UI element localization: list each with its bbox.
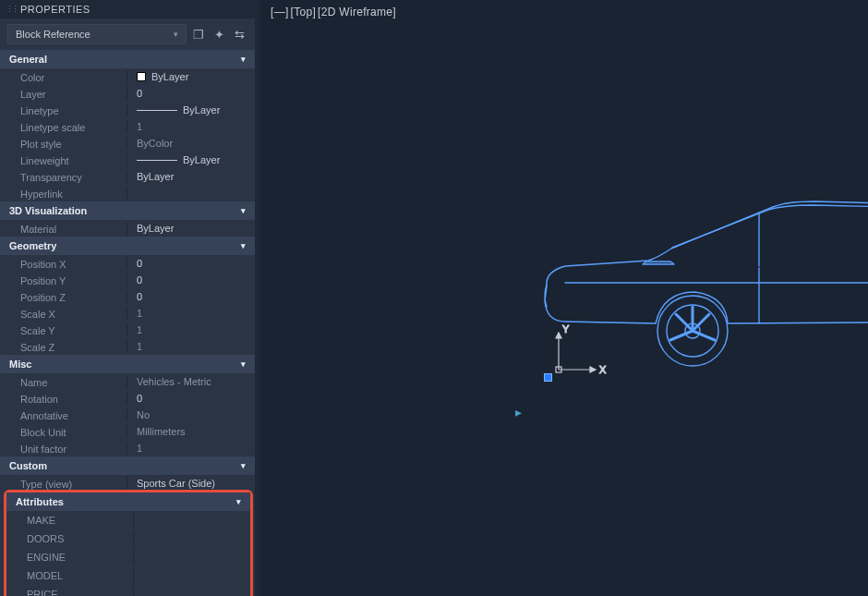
lineweight-preview-icon	[137, 160, 177, 161]
section-misc[interactable]: Misc ▾	[0, 355, 255, 373]
section-general[interactable]: General ▾	[0, 50, 255, 68]
prop-scale-z[interactable]: Scale Z 1	[0, 338, 255, 355]
drawing-viewport[interactable]: [—][Top][2D Wireframe]	[260, 0, 868, 596]
prop-linetype-scale[interactable]: Linetype scale 1	[0, 118, 255, 135]
prop-doors[interactable]: DOORS	[6, 529, 250, 548]
prop-position-x[interactable]: Position X 0	[0, 255, 255, 272]
selector-toolbar: Block Reference ▾ ❐ ✦ ⇆	[0, 18, 255, 50]
prop-engine[interactable]: ENGINE	[6, 548, 250, 566]
prop-annotative[interactable]: Annotative No	[0, 407, 255, 423]
selector-value: Block Reference	[16, 29, 90, 40]
section-title: General	[9, 54, 47, 65]
toggle-value-icon[interactable]: ⇆	[231, 26, 247, 43]
prop-color[interactable]: Color ByLayer	[0, 68, 255, 85]
section-title: Attributes	[16, 496, 64, 507]
collapse-icon: ▾	[241, 241, 246, 250]
prop-name[interactable]: Name Vehicles - Metric	[0, 373, 255, 390]
collapse-icon: ▾	[241, 206, 246, 215]
collapse-icon: ▾	[236, 497, 241, 506]
prop-plot-style[interactable]: Plot style ByColor	[0, 135, 255, 152]
color-swatch-icon	[137, 72, 146, 81]
section-geometry[interactable]: Geometry ▾	[0, 237, 255, 255]
prop-model[interactable]: MODEL	[6, 566, 250, 585]
prop-scale-x[interactable]: Scale X 1	[0, 305, 255, 322]
section-title: Geometry	[9, 240, 56, 251]
dropdown-chevron-icon: ▾	[174, 30, 178, 39]
prop-transparency[interactable]: Transparency ByLayer	[0, 168, 255, 185]
section-custom[interactable]: Custom ▾	[0, 456, 255, 475]
section-title: Misc	[9, 359, 31, 370]
section-3d-visualization[interactable]: 3D Visualization ▾	[0, 201, 255, 220]
prop-unit-factor[interactable]: Unit factor 1	[0, 440, 255, 456]
prop-price[interactable]: PRICE	[6, 585, 250, 596]
section-title: Custom	[9, 460, 47, 471]
prop-position-y[interactable]: Position Y 0	[0, 272, 255, 288]
prop-lineweight[interactable]: Lineweight ByLayer	[0, 152, 255, 168]
selection-grip-icon[interactable]	[544, 373, 552, 382]
view-marker-icon: ▸	[515, 405, 522, 420]
object-type-selector[interactable]: Block Reference ▾	[7, 24, 187, 44]
prop-linetype[interactable]: Linetype ByLayer	[0, 102, 255, 118]
prop-layer[interactable]: Layer 0	[0, 85, 255, 102]
section-attributes[interactable]: Attributes ▾	[6, 493, 250, 511]
collapse-icon: ▾	[241, 55, 246, 64]
collapse-icon: ▾	[241, 461, 246, 470]
svg-line-5	[693, 331, 715, 340]
svg-line-7	[693, 314, 709, 331]
prop-hyperlink[interactable]: Hyperlink	[0, 185, 255, 201]
attributes-highlight: Attributes ▾ MAKE DOORS ENGINE MODEL PRI…	[4, 490, 253, 596]
viewport-label[interactable]: [—][Top][2D Wireframe]	[270, 6, 397, 18]
prop-scale-y[interactable]: Scale Y 1	[0, 322, 255, 338]
quick-select-icon[interactable]: ❐	[190, 26, 207, 43]
prop-block-unit[interactable]: Block Unit Millimeters	[0, 423, 255, 440]
select-objects-icon[interactable]: ✦	[211, 26, 227, 43]
linetype-preview-icon	[137, 110, 177, 111]
properties-panel: PROPERTIES Block Reference ▾ ❐ ✦ ⇆ Gener…	[0, 0, 255, 596]
prop-position-z[interactable]: Position Z 0	[0, 288, 255, 305]
prop-rotation[interactable]: Rotation 0	[0, 390, 255, 407]
collapse-icon: ▾	[241, 359, 246, 369]
panel-title: PROPERTIES	[0, 0, 255, 18]
panel-title-text: PROPERTIES	[20, 4, 90, 15]
prop-make[interactable]: MAKE	[6, 511, 250, 529]
car-drawing[interactable]	[537, 194, 868, 370]
prop-material[interactable]: Material ByLayer	[0, 220, 255, 237]
svg-line-6	[670, 331, 693, 340]
section-title: 3D Visualization	[9, 205, 87, 216]
svg-line-8	[676, 314, 693, 331]
